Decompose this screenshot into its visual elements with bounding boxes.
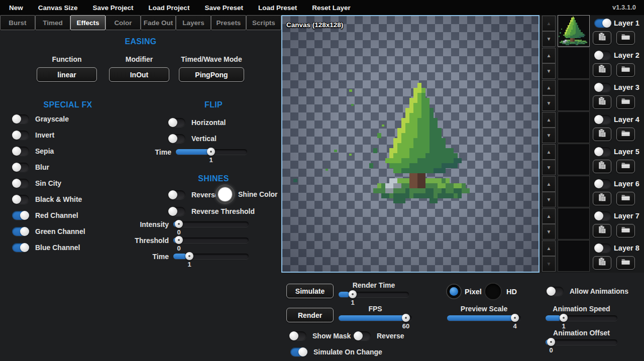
menu-item-canvas-size[interactable]: Canvas Size (38, 4, 78, 12)
down-arrow-icon[interactable]: ▼ (542, 256, 556, 272)
preview-scale-slider-track[interactable] (447, 315, 521, 321)
layer-paste-button[interactable] (593, 224, 611, 237)
allow-animations-toggle[interactable] (547, 287, 564, 296)
canvas-viewport[interactable]: Canvas (128x128) (281, 15, 540, 273)
tab-presets[interactable]: Presets (211, 15, 246, 30)
layer-load-button[interactable] (616, 256, 635, 270)
blue-channel-toggle[interactable] (12, 243, 29, 252)
intensity-slider-track[interactable] (173, 221, 249, 227)
down-arrow-icon[interactable]: ▼ (542, 63, 556, 79)
flip-vertical-toggle[interactable] (168, 134, 185, 143)
shines-time-slider-track[interactable] (173, 254, 249, 259)
layer-load-button[interactable] (616, 95, 635, 109)
tab-effects[interactable]: Effects (70, 15, 105, 30)
layer-paste-button[interactable] (593, 63, 611, 77)
layer-visibility-toggle[interactable] (594, 51, 611, 60)
simulate-button[interactable]: Simulate (286, 284, 334, 298)
layer-visibility-toggle[interactable] (594, 211, 611, 220)
down-arrow-icon[interactable]: ▼ (542, 128, 556, 143)
render-button[interactable]: Render (286, 308, 334, 322)
fps-slider-knob[interactable] (402, 314, 410, 322)
layer-load-button[interactable] (616, 224, 635, 237)
red-channel-toggle[interactable] (12, 211, 29, 220)
down-arrow-icon[interactable]: ▼ (542, 224, 556, 239)
shine-color-swatch[interactable] (216, 185, 234, 203)
layer-load-button[interactable] (616, 63, 635, 77)
threshold-slider-track[interactable] (173, 237, 249, 243)
menu-item-load-preset[interactable]: Load Preset (258, 4, 297, 12)
menu-item-new[interactable]: New (9, 4, 23, 12)
intensity-slider-knob[interactable] (175, 220, 183, 228)
simulate-on-change-toggle[interactable] (290, 347, 307, 356)
up-arrow-icon[interactable]: ▲ (542, 112, 556, 128)
tab-burst[interactable]: Burst (0, 15, 35, 30)
layer-load-button[interactable] (616, 31, 635, 45)
down-arrow-icon[interactable]: ▼ (542, 192, 556, 207)
menu-item-save-project[interactable]: Save Project (93, 4, 134, 12)
fps-slider-track[interactable] (339, 315, 412, 321)
layer-thumbnail[interactable] (558, 208, 590, 239)
function-dropdown-button[interactable]: linear (37, 67, 97, 82)
reverse-threshold-toggle[interactable] (168, 207, 185, 216)
render-time-slider-track[interactable] (339, 292, 409, 297)
layer-paste-button[interactable] (593, 192, 611, 205)
animation-offset-slider-track[interactable] (546, 339, 617, 345)
show-mask-toggle[interactable] (289, 331, 306, 340)
layer-thumbnail[interactable] (558, 111, 590, 143)
animation-speed-slider-track[interactable] (546, 315, 617, 321)
hd-mode-radio[interactable] (485, 284, 501, 299)
layer-load-button[interactable] (616, 160, 635, 173)
up-arrow-icon[interactable]: ▲ (542, 48, 556, 63)
layer-thumbnail[interactable] (558, 144, 590, 175)
tab-scripts[interactable]: Scripts (246, 15, 281, 30)
preview-scale-slider-knob[interactable] (511, 314, 519, 322)
render-reverse-toggle[interactable] (354, 331, 371, 340)
layer-paste-button[interactable] (593, 95, 611, 109)
blur-toggle[interactable] (12, 163, 29, 172)
layer-load-button[interactable] (616, 128, 635, 141)
down-arrow-icon[interactable]: ▼ (542, 31, 556, 47)
tab-fade-out[interactable]: Fade Out (141, 15, 176, 30)
up-arrow-icon[interactable]: ▲ (542, 144, 556, 160)
up-arrow-icon[interactable]: ▲ (542, 208, 556, 224)
layer-thumbnail[interactable] (558, 176, 590, 207)
sin-city-toggle[interactable] (12, 179, 29, 188)
layer-visibility-toggle[interactable] (594, 115, 611, 124)
layer-visibility-toggle[interactable] (594, 19, 611, 28)
up-arrow-icon[interactable]: ▲ (542, 80, 556, 95)
layer-paste-button[interactable] (593, 128, 611, 141)
layer-visibility-toggle[interactable] (594, 83, 611, 92)
down-arrow-icon[interactable]: ▼ (542, 160, 556, 175)
layer-paste-button[interactable] (593, 160, 611, 173)
up-arrow-icon[interactable]: ▲ (542, 176, 556, 192)
layer-load-button[interactable] (616, 192, 635, 205)
up-arrow-icon[interactable]: ▲ (542, 240, 556, 256)
shines-reverse-toggle[interactable] (168, 190, 185, 199)
tab-timed[interactable]: Timed (35, 15, 70, 30)
layer-thumbnail[interactable] (558, 240, 590, 272)
layer-visibility-toggle[interactable] (594, 179, 611, 188)
down-arrow-icon[interactable]: ▼ (542, 95, 556, 111)
menu-item-reset-layer[interactable]: Reset Layer (312, 4, 351, 12)
grayscale-toggle[interactable] (12, 114, 29, 124)
menu-item-save-preset[interactable]: Save Preset (204, 4, 243, 12)
render-time-slider-knob[interactable] (349, 290, 357, 298)
animation-offset-slider-knob[interactable] (547, 338, 555, 346)
layer-thumbnail[interactable] (558, 15, 590, 47)
threshold-slider-knob[interactable] (175, 236, 183, 244)
menu-item-load-project[interactable]: Load Project (149, 4, 190, 12)
shines-time-slider-knob[interactable] (185, 252, 193, 260)
tab-color[interactable]: Color (105, 15, 141, 30)
flip-horizontal-toggle[interactable] (168, 118, 185, 127)
tab-layers[interactable]: Layers (176, 15, 211, 30)
layer-thumbnail[interactable] (558, 79, 590, 111)
animation-speed-slider-knob[interactable] (560, 314, 568, 322)
layer-paste-button[interactable] (593, 31, 611, 45)
invert-toggle[interactable] (12, 131, 29, 140)
black-white-toggle[interactable] (12, 195, 29, 204)
sepia-toggle[interactable] (12, 147, 29, 156)
green-channel-toggle[interactable] (12, 227, 29, 236)
pixel-mode-radio[interactable] (447, 285, 461, 298)
layer-visibility-toggle[interactable] (594, 244, 611, 253)
up-arrow-icon[interactable]: ▲ (542, 16, 556, 31)
